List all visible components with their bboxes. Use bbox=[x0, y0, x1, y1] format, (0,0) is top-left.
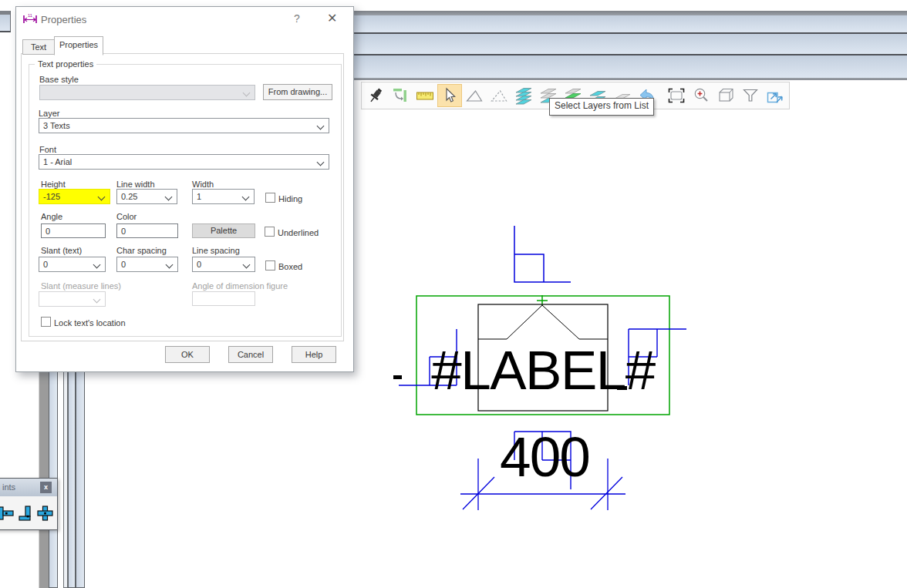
ok-button[interactable]: OK bbox=[165, 346, 210, 363]
font-select[interactable]: 1 - Arial bbox=[39, 154, 329, 170]
height-select[interactable]: -125 bbox=[39, 189, 110, 204]
from-drawing-button[interactable]: From drawing... bbox=[263, 84, 332, 100]
angle-dim-figure-input bbox=[192, 291, 255, 306]
chevron-down-icon bbox=[98, 193, 106, 201]
points-panel-title: ints bbox=[2, 482, 15, 492]
color-label: Color bbox=[116, 212, 137, 221]
underlined-checkbox[interactable] bbox=[265, 227, 275, 237]
properties-dialog: 11 Properties ? ✕ Text Properties Text p… bbox=[15, 6, 354, 372]
label-dash-left bbox=[393, 375, 402, 379]
close-icon[interactable]: ✕ bbox=[327, 11, 337, 25]
hiding-checkbox[interactable] bbox=[265, 193, 275, 203]
hiding-label: Hiding bbox=[278, 194, 302, 203]
slant-measure-label: Slant (measure lines) bbox=[41, 281, 121, 291]
height-label: Height bbox=[41, 180, 66, 189]
vertical-toolbar-3[interactable] bbox=[68, 369, 76, 588]
draw-order-icon[interactable] bbox=[389, 85, 412, 106]
chevron-down-icon bbox=[93, 261, 101, 269]
triangle-icon[interactable] bbox=[463, 85, 486, 106]
help-button[interactable]: Help bbox=[292, 346, 336, 363]
cancel-button[interactable]: Cancel bbox=[228, 346, 273, 363]
char-spacing-label: Char spacing bbox=[116, 246, 167, 255]
points-panel-titlebar[interactable]: ints x bbox=[0, 479, 57, 496]
lock-location-checkbox[interactable] bbox=[41, 317, 51, 327]
line-width-select[interactable]: 0.25 bbox=[116, 189, 177, 204]
chevron-down-icon bbox=[166, 261, 174, 269]
chevron-down-icon bbox=[93, 296, 101, 304]
layer-select[interactable]: 3 Texts bbox=[39, 118, 329, 133]
width-select[interactable]: 1 bbox=[192, 189, 255, 204]
triangle-dashed-icon[interactable] bbox=[487, 85, 511, 106]
underlined-label: Underlined bbox=[278, 228, 319, 237]
slant-text-label: Slant (text) bbox=[41, 246, 82, 255]
layer-label: Layer bbox=[39, 109, 60, 118]
lock-location-label: Lock text's location bbox=[54, 318, 126, 328]
width-label: Width bbox=[192, 180, 214, 189]
export-view-icon[interactable] bbox=[764, 85, 787, 106]
symbol-roof-line bbox=[478, 305, 608, 339]
layers-all-icon[interactable] bbox=[512, 85, 535, 106]
cad-label-text[interactable]: #LABEL# bbox=[416, 343, 669, 398]
base-style-label: Base style bbox=[39, 75, 79, 84]
dialog-title: Properties bbox=[41, 14, 86, 25]
zoom-in-icon[interactable] bbox=[690, 85, 713, 106]
dialog-titlebar[interactable]: 11 Properties ? ✕ bbox=[16, 7, 353, 30]
char-spacing-select[interactable]: 0 bbox=[116, 257, 178, 272]
vertical-toolbar-4[interactable] bbox=[76, 369, 85, 588]
chevron-down-icon bbox=[165, 193, 173, 201]
slant-text-select[interactable]: 0 bbox=[39, 257, 106, 272]
pin-icon[interactable] bbox=[364, 85, 387, 106]
line-width-label: Line width bbox=[116, 180, 155, 189]
chevron-down-icon bbox=[243, 89, 251, 97]
select-cursor-icon[interactable] bbox=[438, 85, 461, 106]
chevron-down-icon bbox=[242, 193, 250, 201]
points-panel: ints x bbox=[0, 478, 58, 530]
cad-dimension-text[interactable]: 400 bbox=[486, 428, 603, 485]
chevron-down-icon bbox=[317, 123, 325, 130]
tab-properties[interactable]: Properties bbox=[54, 36, 103, 55]
angle-dim-figure-label: Angle of dimension figure bbox=[192, 281, 288, 291]
close-icon[interactable]: x bbox=[40, 482, 52, 493]
point-cross-icon[interactable] bbox=[37, 505, 53, 522]
angle-label: Angle bbox=[41, 212, 62, 221]
color-input[interactable]: 0 bbox=[116, 223, 178, 238]
tab-text[interactable]: Text bbox=[22, 39, 55, 55]
boxed-label: Boxed bbox=[278, 262, 302, 271]
points-panel-toolbar bbox=[0, 496, 57, 529]
slant-measure-select bbox=[39, 291, 106, 307]
dimension-icon: 11 bbox=[22, 13, 38, 25]
chevron-down-icon bbox=[317, 159, 325, 166]
chevron-down-icon bbox=[243, 261, 251, 269]
boxed-checkbox[interactable] bbox=[265, 260, 275, 270]
blue-corner-marker-top bbox=[514, 226, 571, 282]
tooltip: Select Layers from List bbox=[549, 98, 654, 116]
zoom-window-icon[interactable] bbox=[665, 85, 688, 106]
line-spacing-label: Line spacing bbox=[192, 246, 240, 255]
help-icon[interactable]: ? bbox=[294, 12, 300, 25]
point-tee-icon[interactable] bbox=[0, 505, 15, 522]
point-corner-icon[interactable] bbox=[18, 505, 34, 522]
angle-input[interactable]: 0 bbox=[41, 223, 106, 238]
base-style-select[interactable] bbox=[39, 85, 255, 100]
filter-icon[interactable] bbox=[739, 85, 762, 106]
palette-button[interactable]: Palette bbox=[192, 223, 255, 238]
svg-text:11: 11 bbox=[28, 13, 32, 18]
box-3d-icon[interactable] bbox=[714, 85, 737, 106]
ruler-icon[interactable] bbox=[413, 85, 437, 106]
font-label: Font bbox=[39, 145, 56, 154]
line-spacing-select[interactable]: 0 bbox=[192, 257, 255, 272]
group-title: Text properties bbox=[35, 59, 96, 69]
